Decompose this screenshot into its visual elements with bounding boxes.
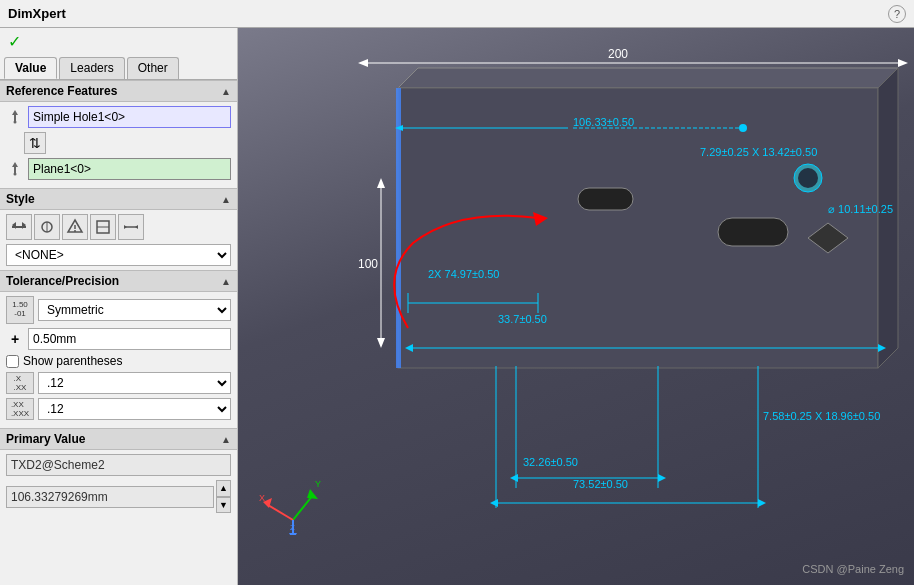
svg-rect-26 (396, 88, 401, 368)
svg-point-31 (798, 168, 818, 188)
reference-features-header: Reference Features ▲ (0, 80, 237, 102)
svg-rect-27 (578, 188, 633, 210)
annotation-10633: 106.33±0.50 (573, 116, 634, 128)
tab-leaders[interactable]: Leaders (59, 57, 124, 79)
svg-point-1 (14, 173, 17, 176)
svg-marker-60 (289, 533, 297, 535)
tolerance-body: 1.50 -01 SymmetricBilateralLimitBasicRef… (0, 292, 237, 428)
style-icon-btn-4[interactable] (90, 214, 116, 240)
annotation-758: 7.58±0.25 X 18.96±0.50 (763, 410, 880, 422)
style-icon-btn-1[interactable] (6, 214, 32, 240)
svg-marker-20 (377, 178, 385, 188)
svg-text:X: X (259, 493, 265, 503)
svg-rect-24 (398, 88, 878, 368)
svg-marker-25 (878, 68, 898, 368)
svg-marker-48 (758, 499, 766, 507)
style-icon-btn-3[interactable] (62, 214, 88, 240)
style-collapse[interactable]: ▲ (221, 194, 231, 205)
ref-feature-row-2 (6, 158, 231, 180)
annotation-1011: ⌀ 10.11±0.25 (828, 203, 893, 216)
precision-row-2: .XX.XXX .12.123.1234 (6, 398, 231, 420)
svg-line-53 (293, 495, 313, 520)
svg-marker-54 (307, 489, 318, 499)
svg-rect-28 (718, 218, 788, 246)
viewport-bg: 200 100 (238, 28, 914, 585)
primary-value-numeric-input[interactable] (6, 486, 214, 508)
title-bar: DimXpert ? (0, 0, 914, 28)
right-panel: 200 100 (238, 28, 914, 585)
svg-marker-23 (398, 68, 898, 88)
reference-features-body: ⇅ (0, 102, 237, 188)
ref-feature-row-1 (6, 106, 231, 128)
tolerance-value-row: + (6, 328, 231, 350)
svg-marker-16 (358, 59, 368, 67)
tolerance-type-row: 1.50 -01 SymmetricBilateralLimitBasicRef… (6, 296, 231, 324)
primary-value-header: Primary Value ▲ (0, 428, 237, 450)
svg-text:Z: Z (290, 523, 295, 532)
confirm-row: ✓ (0, 28, 237, 55)
show-parens-label: Show parentheses (23, 354, 122, 368)
style-select[interactable]: <NONE> (6, 244, 231, 266)
svg-line-56 (268, 505, 293, 520)
feature-input-2[interactable] (28, 158, 231, 180)
annotation-7352: 73.52±0.50 (573, 478, 628, 490)
precision-icon-1: .X.XX (6, 372, 34, 394)
swap-button[interactable]: ⇅ (24, 132, 46, 154)
main-layout: ✓ Value Leaders Other Reference Features… (0, 28, 914, 585)
spin-down-button[interactable]: ▼ (216, 497, 231, 514)
svg-marker-21 (377, 338, 385, 348)
show-parens-checkbox[interactable] (6, 355, 19, 368)
svg-marker-44 (510, 474, 518, 482)
svg-marker-45 (658, 474, 666, 482)
coord-axis: Y X Z (258, 465, 328, 535)
feature-input-1[interactable] (28, 106, 231, 128)
tabs-row: Value Leaders Other (0, 55, 237, 80)
title-bar-text: DimXpert (8, 6, 888, 21)
swap-row: ⇅ (6, 132, 231, 154)
primary-value-body: ▲ ▼ (0, 450, 237, 517)
style-icon-btn-5[interactable] (118, 214, 144, 240)
svg-marker-17 (898, 59, 908, 67)
svg-text:Y: Y (315, 479, 321, 489)
tolerance-type-select[interactable]: SymmetricBilateralLimitBasicReferenceMin… (38, 299, 231, 321)
svg-marker-47 (490, 499, 498, 507)
style-body: <NONE> (0, 210, 237, 270)
primary-value-collapse[interactable]: ▲ (221, 434, 231, 445)
svg-text:200: 200 (608, 47, 628, 61)
watermark: CSDN @Paine Zeng (802, 563, 904, 575)
feature-icon-2 (6, 160, 24, 178)
ref-features-collapse[interactable]: ▲ (221, 86, 231, 97)
feature-icon-1 (6, 108, 24, 126)
tab-value[interactable]: Value (4, 57, 57, 79)
annotation-729: 7.29±0.25 X 13.42±0.50 (700, 146, 817, 158)
annotation-337: 33.7±0.50 (498, 313, 547, 325)
primary-value-scheme-input[interactable] (6, 454, 231, 476)
tolerance-value-input[interactable] (28, 328, 231, 350)
show-parens-row: Show parentheses (6, 354, 231, 368)
plus-icon: + (6, 331, 24, 347)
style-icons-row (6, 214, 231, 240)
svg-marker-13 (124, 225, 127, 229)
svg-text:100: 100 (358, 257, 378, 271)
tolerance-type-icon: 1.50 -01 (6, 296, 34, 324)
tab-other[interactable]: Other (127, 57, 179, 79)
style-icon-btn-2[interactable] (34, 214, 60, 240)
left-panel: ✓ Value Leaders Other Reference Features… (0, 28, 238, 585)
spin-up-button[interactable]: ▲ (216, 480, 231, 497)
checkmark-icon[interactable]: ✓ (8, 32, 21, 51)
svg-marker-14 (135, 225, 138, 229)
tolerance-collapse[interactable]: ▲ (221, 276, 231, 287)
numeric-spinners: ▲ ▼ (216, 480, 231, 513)
svg-point-9 (74, 230, 76, 232)
style-header: Style ▲ (0, 188, 237, 210)
precision-row-1: .X.XX .12.123.1234 (6, 372, 231, 394)
help-button[interactable]: ? (888, 5, 906, 23)
annotation-3226: 32.26±0.50 (523, 456, 578, 468)
precision-icon-2: .XX.XXX (6, 398, 34, 420)
svg-point-0 (14, 121, 17, 124)
tolerance-header: Tolerance/Precision ▲ (0, 270, 237, 292)
annotation-2x74: 2X 74.97±0.50 (428, 268, 499, 280)
precision-select-1[interactable]: .12.123.1234 (38, 372, 231, 394)
precision-select-2[interactable]: .12.123.1234 (38, 398, 231, 420)
